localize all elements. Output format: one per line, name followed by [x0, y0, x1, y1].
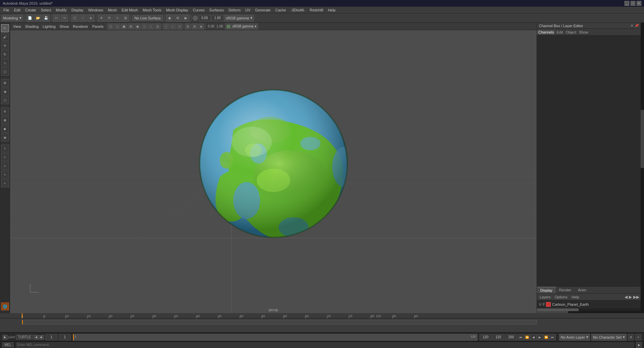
- mel-execute-btn[interactable]: ▶: [636, 342, 642, 348]
- right-scroll-thumb[interactable]: [641, 110, 644, 168]
- vp-panels-menu[interactable]: Panels: [91, 24, 105, 29]
- timeline-range[interactable]: [22, 320, 537, 325]
- transform-tool-button[interactable]: ⊞: [122, 14, 129, 22]
- anim-end-input[interactable]: [492, 334, 504, 340]
- vp-icon-12[interactable]: ⊕: [185, 23, 191, 30]
- channel-box-pin[interactable]: 📌: [635, 24, 639, 27]
- minimize-button[interactable]: _: [625, 1, 629, 6]
- tab-edit[interactable]: Edit: [555, 30, 564, 35]
- menu-edit[interactable]: Edit: [12, 7, 22, 13]
- vp-icon-7[interactable]: ○: [148, 23, 154, 30]
- tab-channels[interactable]: Channels: [537, 30, 555, 35]
- char-set-btn-1[interactable]: ⚙: [628, 334, 634, 340]
- render-quick-button[interactable]: 🌐: [1, 302, 9, 310]
- menu-cache[interactable]: Cache: [273, 7, 288, 13]
- menu-mesh[interactable]: Mesh: [106, 7, 119, 13]
- layer-scroll-thumb[interactable]: [537, 308, 579, 311]
- redo-button[interactable]: ↪: [61, 14, 68, 22]
- layer-nav-fwd[interactable]: ▶: [629, 295, 632, 299]
- vp-icon-3[interactable]: ▣: [121, 23, 127, 30]
- channel-box-close[interactable]: ✕: [631, 24, 633, 27]
- mel-tag[interactable]: MEL: [2, 342, 14, 347]
- tab-anim[interactable]: Anim: [575, 287, 590, 293]
- color-profile-dropdown[interactable]: sRGB gamma ▾: [224, 15, 254, 21]
- lasso-select-button[interactable]: ○: [79, 14, 87, 22]
- vp-icon-2[interactable]: □: [114, 23, 120, 30]
- no-live-surface-button[interactable]: No Live Surface: [132, 15, 163, 21]
- timeline-body[interactable]: [0, 318, 644, 333]
- ipr-button[interactable]: ▶: [182, 14, 190, 22]
- menu-select[interactable]: Select: [39, 7, 53, 13]
- vp-icon-10[interactable]: ↕: [170, 23, 176, 30]
- vp-icon-6[interactable]: ☆: [141, 23, 147, 30]
- value1-input[interactable]: [199, 15, 211, 21]
- playhead[interactable]: [22, 313, 22, 318]
- turtle-prev[interactable]: ◂: [34, 335, 39, 340]
- tab-object[interactable]: Object: [564, 30, 578, 35]
- no-anim-layer-dropdown[interactable]: No Anim Layer ▾: [559, 334, 590, 341]
- select-tool[interactable]: ↖: [1, 24, 9, 32]
- extra-tool-3[interactable]: ≡: [1, 162, 9, 170]
- frame-start-input[interactable]: [59, 334, 71, 340]
- menu-curves[interactable]: Curves: [191, 7, 207, 13]
- menu-file[interactable]: File: [1, 7, 11, 13]
- sculpt-tool[interactable]: ◈: [1, 88, 9, 96]
- select-tool-button[interactable]: ⬡: [71, 14, 79, 22]
- shaded-btn[interactable]: ◼: [1, 125, 9, 133]
- options-menu[interactable]: Options: [553, 295, 569, 299]
- step-forward-button[interactable]: ⏩: [543, 334, 549, 340]
- menu-windows[interactable]: Windows: [86, 7, 105, 13]
- vp-icon-1[interactable]: ⬡: [108, 23, 114, 30]
- tab-show[interactable]: Show: [578, 30, 590, 35]
- layer-row-planet[interactable]: V P Cartoon_Planet_Earth: [538, 301, 640, 308]
- layer-color-swatch[interactable]: [546, 302, 551, 307]
- vp-icon-9[interactable]: ↔: [163, 23, 169, 30]
- menu-deform[interactable]: Deform: [227, 7, 243, 13]
- maximize-button[interactable]: □: [631, 1, 635, 6]
- layer-name[interactable]: Cartoon_Planet_Earth: [552, 302, 589, 306]
- turtle-expand-btn[interactable]: ▸: [3, 335, 7, 340]
- menu-3dtoall[interactable]: -3DtoAll-: [289, 7, 307, 13]
- viewport-content[interactable]: persp x y: [10, 30, 537, 313]
- help-menu[interactable]: Help: [570, 295, 581, 299]
- grid-display-btn[interactable]: ⊞: [1, 107, 9, 115]
- step-back-button[interactable]: ⏪: [524, 334, 530, 340]
- globe-3d-object[interactable]: [193, 83, 354, 244]
- layers-menu[interactable]: Layers: [538, 295, 552, 299]
- timeline-ruler[interactable]: 1 5 10 15 20 25 30 35 40 45: [0, 313, 644, 318]
- paint-weight-tool[interactable]: ⬡: [1, 96, 9, 104]
- textured-btn[interactable]: ▣: [1, 133, 9, 141]
- extra-tool-2[interactable]: ≡: [1, 153, 9, 161]
- menu-edit-mesh[interactable]: Edit Mesh: [119, 7, 140, 13]
- menu-create[interactable]: Create: [23, 7, 38, 13]
- mel-input[interactable]: [16, 342, 634, 348]
- menu-modify[interactable]: Modify: [54, 7, 68, 13]
- tab-render[interactable]: Render: [556, 287, 575, 293]
- move-tool-button[interactable]: ✛: [98, 14, 105, 22]
- timeline-bar[interactable]: 1 120: [73, 334, 478, 341]
- turtle-tag[interactable]: TURTLE: [16, 335, 34, 340]
- soft-selection-tool[interactable]: ⊛: [1, 79, 9, 87]
- go-to-start-button[interactable]: ⏮: [518, 334, 524, 340]
- mode-dropdown[interactable]: Modeling ▾: [1, 15, 23, 21]
- menu-generate[interactable]: Generate: [253, 7, 273, 13]
- vp-lighting-menu[interactable]: Lighting: [41, 24, 57, 29]
- frame-current-input[interactable]: [45, 334, 57, 340]
- menu-redshift[interactable]: Redshift: [308, 7, 325, 13]
- vp-shading-menu[interactable]: Shading: [23, 24, 40, 29]
- move-tool[interactable]: ✛: [1, 42, 9, 50]
- close-button[interactable]: ✕: [637, 1, 641, 6]
- layer-v-toggle[interactable]: V: [539, 303, 541, 306]
- scale-tool-button[interactable]: ⤡: [114, 14, 121, 22]
- char-set-btn-2[interactable]: ≡: [635, 334, 641, 340]
- playback-end-input[interactable]: [480, 334, 492, 340]
- vp-icon-8[interactable]: ◎: [155, 23, 161, 30]
- extra-tool-1[interactable]: ≡: [1, 144, 9, 153]
- vp-color-profile[interactable]: sRGB gamma ▾: [225, 23, 258, 30]
- undo-button[interactable]: ↩: [53, 14, 60, 22]
- layer-editor-scrollbar[interactable]: [537, 308, 641, 311]
- play-back-button[interactable]: ◀: [531, 334, 537, 340]
- extra-tool-5[interactable]: ≡: [1, 179, 9, 187]
- right-scrollbar[interactable]: [641, 23, 644, 313]
- paint-tool[interactable]: 🖌: [1, 33, 9, 41]
